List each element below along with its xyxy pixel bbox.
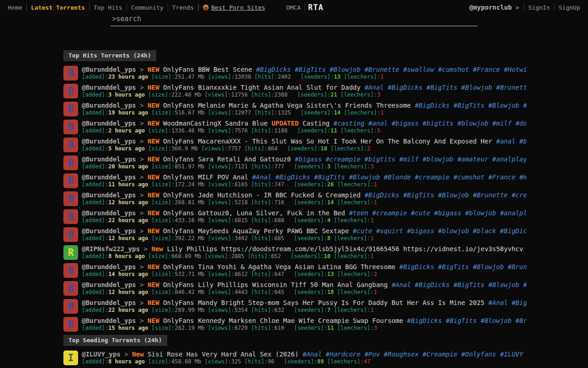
user-avatar[interactable]: B xyxy=(63,209,78,224)
nav-item-dmca[interactable]: DMCA xyxy=(282,4,305,11)
torrent-tags[interactable]: #Anal #BigDicks #BigTits #Blowjob #Blond… xyxy=(252,173,526,181)
user-avatar[interactable]: B xyxy=(63,102,78,116)
torrent-tags[interactable]: #Anal #BigDicks #BigTits … xyxy=(488,299,526,306)
torrent-row: R@RIPNsfw222_yps > New Lily Phillips htt… xyxy=(63,245,526,260)
nav-item-home[interactable]: Home xyxy=(4,4,26,11)
nav-item-trends[interactable]: Trends xyxy=(168,4,198,11)
torrent-title[interactable]: OnlyFans Kennedy Marksen Chloe Mae Wife … xyxy=(163,317,403,324)
torrent-tags[interactable]: #teen #creampie #cute #bigass #blowjob #… xyxy=(349,209,526,217)
user-avatar[interactable]: B xyxy=(63,191,78,206)
account-name[interactable]: @mypornclub xyxy=(467,4,515,11)
stat-seeders-value: 11 xyxy=(327,325,334,331)
stat-views-value: 7757 xyxy=(228,145,241,152)
stat-added-value: 19 hours ago xyxy=(108,109,148,116)
stat-added-label: [added]: xyxy=(82,74,108,80)
stat-leechers-label: [leechers]: xyxy=(344,74,380,80)
torrent-title[interactable]: Onlyfans MILF POV Anal xyxy=(163,173,248,181)
uploader-link[interactable]: @Burunddel_yps xyxy=(82,227,136,235)
stat-hits-label: [hits]: xyxy=(251,199,275,206)
uploader-link[interactable]: @Burunddel_yps xyxy=(82,155,136,163)
torrent-tags[interactable]: #anal #bigass #interrac… xyxy=(496,138,526,145)
torrent-title[interactable]: OnlyFans Lily Phillips Wisconsin Tiff 50… xyxy=(163,281,388,288)
torrent-title[interactable]: OnlyFans Mandy Bright Step-mom Says Her … xyxy=(163,299,485,306)
stat-added-label: [added]: xyxy=(82,92,108,98)
stat-views-value: 6729 xyxy=(234,325,248,331)
uploader-link[interactable]: @Burunddel_yps xyxy=(82,209,136,217)
torrent-tags[interactable]: #Anal #BigDicks #BigTits #Blowjob #Brune… xyxy=(364,84,526,91)
torrent-title[interactable]: WoodmanCastingX Sandra Blue xyxy=(163,120,268,127)
torrent-tags[interactable]: #BigDicks #BigTits #Blowjob #Brunette #s… xyxy=(407,317,526,324)
stat-added-value: 20 hours ago xyxy=(108,163,148,170)
stat-size-label: [size]: xyxy=(152,74,175,80)
uploader-link[interactable]: @Burunddel_yps xyxy=(82,281,136,288)
uploader-link[interactable]: @Burunddel_yps xyxy=(82,317,136,324)
torrent-title[interactable]: OnlyFans Tina Yoshi & Agatha Vega Asian … xyxy=(163,263,396,270)
stat-added-label: [added]: xyxy=(82,235,108,242)
rta-logo[interactable]: RTA xyxy=(305,3,326,12)
stat-leechers-label: [leechers]: xyxy=(334,217,370,224)
user-avatar[interactable]: I xyxy=(63,351,78,365)
user-avatar[interactable]: B xyxy=(63,227,78,242)
uploader-link[interactable]: @Burunddel_yps xyxy=(82,138,136,145)
torrent-title[interactable]: Onlyfans Sara Retali And Gattouz0 xyxy=(163,155,291,163)
uploader-link[interactable]: @Burunddel_yps xyxy=(82,263,136,270)
user-avatar[interactable]: B xyxy=(63,66,78,80)
nav-item-latest-torrents[interactable]: Latest Torrents xyxy=(27,4,89,11)
uploader-link[interactable]: @Burunddel_yps xyxy=(82,191,136,199)
user-avatar[interactable]: B xyxy=(63,263,78,278)
search-input[interactable] xyxy=(110,14,478,26)
torrent-title[interactable]: Lily Phillips https://doodstream.com/e/l… xyxy=(167,245,526,253)
stat-size-value: 433.16 Mb xyxy=(175,217,204,224)
stat-views-value: 12077 xyxy=(234,109,251,116)
torrent-tags[interactable]: #Anal #Hardcore #Pov #Roughsex #Creampie… xyxy=(303,351,523,358)
torrent-title[interactable]: OnlyFans MacarenaXXX - This Slut Was So … xyxy=(163,138,492,145)
uploader-link[interactable]: @Burunddel_yps xyxy=(82,299,136,306)
uploader-link[interactable]: @RIPNsfw222_yps xyxy=(82,245,140,253)
nav-item-signin[interactable]: SignIn xyxy=(524,4,554,11)
torrent-title[interactable]: OnlyFans Gattouz0, Luna Silver, Fuck in … xyxy=(163,209,345,217)
uploader-link[interactable]: @Burunddel_yps xyxy=(82,173,136,181)
torrent-tags[interactable]: #BigDicks #BigTits #Blowjob #Brunette #c… xyxy=(364,191,526,199)
stat-leechers-value: 1 xyxy=(370,253,373,259)
torrent-tags[interactable]: #Anal #BigDicks #BigTits #Blowjob #Brune… xyxy=(391,281,526,288)
user-avatar[interactable]: B xyxy=(63,120,78,134)
torrent-row: B@Burunddel_yps > NEW OnlyFans Tina Yosh… xyxy=(63,263,526,278)
uploader-link[interactable]: @Burunddel_yps xyxy=(82,120,136,127)
torrent-title[interactable]: OnlyFans Melanie Marie & Agatha Vega Sis… xyxy=(163,102,411,109)
uploader-link[interactable]: @ILUVY_yps xyxy=(82,351,120,358)
user-avatar[interactable]: B xyxy=(63,281,78,296)
user-avatar[interactable]: B xyxy=(63,299,78,314)
uploader-link[interactable]: @Burunddel_yps xyxy=(82,84,136,91)
torrent-title[interactable]: OnlyFans BBW Best Scene xyxy=(163,66,252,73)
nav-item-community[interactable]: Community xyxy=(127,4,167,11)
torrent-tags[interactable]: #BigDicks #BigTits #Blowjob #Brunette #s… xyxy=(256,66,526,73)
user-avatar[interactable]: B xyxy=(63,138,78,152)
torrent-tags[interactable]: #casting #anal #bigass #bigtits #blowjob… xyxy=(334,120,526,127)
user-avatar[interactable]: B xyxy=(63,317,78,332)
user-avatar[interactable]: B xyxy=(63,84,78,98)
updated-badge: UPDATED xyxy=(271,120,299,127)
stat-size-label: [size]: xyxy=(152,289,175,295)
torrent-title-cont[interactable]: Casting xyxy=(303,120,330,127)
torrent-tags[interactable]: #BigDicks #BigTits #Blowjob #Brunette #s… xyxy=(399,263,526,270)
torrent-title[interactable]: OnlyFans Jade Hutchison - IR BBC Fucked … xyxy=(163,191,361,199)
torrent-title-line: @Burunddel_yps > NEW OnlyFans Melanie Ma… xyxy=(82,102,526,109)
uploader-link[interactable]: @Burunddel_yps xyxy=(82,102,136,109)
uploader-link[interactable]: @Burunddel_yps xyxy=(82,66,136,73)
torrent-row: B@Burunddel_yps > NEW WoodmanCastingX Sa… xyxy=(63,120,526,134)
torrent-title[interactable]: OnlyFans Bianxxxkie Tight Asian Anal Slu… xyxy=(163,84,361,91)
torrent-title[interactable]: Onlyfans MaySeeds AquaZay Perky PAWG BBC… xyxy=(163,227,349,235)
torrent-tags[interactable]: #bigass #creampie #bigtits #milf #blowjo… xyxy=(295,155,526,163)
stat-leechers-label: [leechers]: xyxy=(337,325,373,331)
torrent-tags[interactable]: #BigDicks #BigTits #Blowjob #Brunette #s… xyxy=(415,102,526,109)
user-avatar[interactable]: B xyxy=(63,173,78,188)
nav-item-best-porn-sites[interactable]: Best Porn Sites xyxy=(199,4,269,11)
torrent-title[interactable]: Sisi Rose Has Very Hard Anal Sex (2026) xyxy=(147,351,299,358)
stat-seeders-label: [seeders]: xyxy=(297,92,330,98)
user-avatar[interactable]: B xyxy=(63,155,78,170)
torrent-title-line: @Burunddel_yps > NEW WoodmanCastingX San… xyxy=(82,120,526,127)
nav-item-signup[interactable]: SignUp xyxy=(554,4,584,11)
user-avatar[interactable]: R xyxy=(63,245,78,260)
torrent-tags[interactable]: #cute #squirt #bigass #blowjob #black #B… xyxy=(353,227,526,235)
nav-item-top-hits[interactable]: Top Hits xyxy=(90,4,127,11)
